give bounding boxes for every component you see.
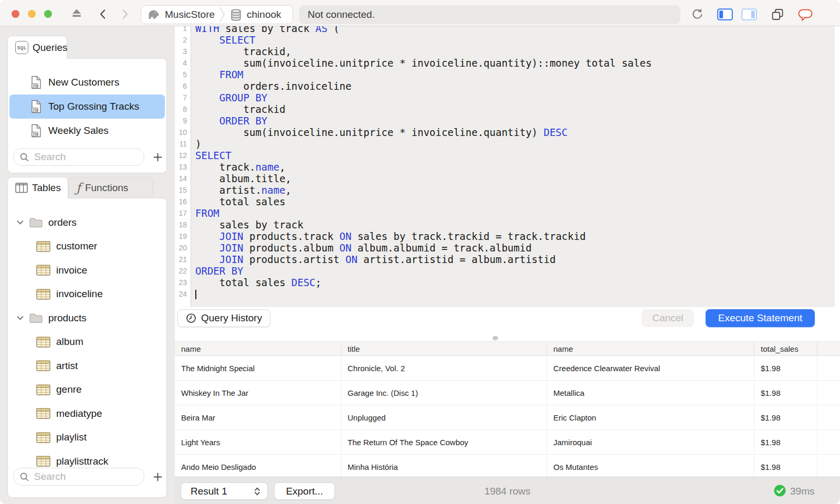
column-header[interactable]: title <box>341 342 547 355</box>
cell[interactable]: Eric Clapton <box>547 405 754 429</box>
tree-table-row[interactable]: album <box>8 330 166 354</box>
tree-schema-row[interactable]: orders <box>8 211 166 235</box>
code-line[interactable]: 16 total_sales <box>175 196 840 207</box>
code-line[interactable]: 13 track.name, <box>175 161 840 173</box>
forward-button[interactable] <box>119 8 130 20</box>
code-line[interactable]: 3 trackid, <box>175 46 840 57</box>
code-line[interactable]: 19 JOIN products.track ON sales_by_track… <box>175 230 840 242</box>
results-body: The Midnight SpecialChronicle, Vol. 2Cre… <box>175 356 840 477</box>
code-line[interactable]: 5 FROM <box>175 69 840 80</box>
cell[interactable]: Metallica <box>547 381 754 405</box>
code-line[interactable]: 7 GROUP BY <box>175 92 840 103</box>
table-row[interactable]: Ando Meio DesligadoMinha HistóriaOs Muta… <box>175 455 840 477</box>
code-line[interactable]: 15 artist.name, <box>175 184 840 196</box>
add-query-button[interactable] <box>151 150 164 164</box>
code-line[interactable]: 24 <box>175 288 840 300</box>
cell[interactable]: Os Mutantes <box>547 455 754 477</box>
code-line[interactable]: 14 album.title, <box>175 173 840 184</box>
column-header[interactable]: name <box>175 342 341 355</box>
query-search-input[interactable] <box>33 151 138 163</box>
connection-status[interactable]: Not connected. <box>299 5 680 24</box>
tree-table-row[interactable]: playlist <box>8 426 166 450</box>
cell[interactable]: Garage Inc. (Disc 1) <box>341 381 547 405</box>
cell[interactable]: Whiskey In The Jar <box>175 381 341 405</box>
tree-table-row[interactable]: mediatype <box>8 402 166 426</box>
toggle-right-sidebar-icon[interactable] <box>741 8 757 20</box>
code-line[interactable]: 12SELECT <box>175 150 840 161</box>
cell[interactable]: $1.98 <box>754 455 817 477</box>
tree-schema-row[interactable]: products <box>8 306 166 330</box>
column-header[interactable]: name <box>547 342 754 355</box>
cancel-button[interactable]: Cancel <box>642 309 694 327</box>
cell[interactable]: Beira Mar <box>175 405 341 429</box>
code-line[interactable]: 23 total_sales DESC; <box>175 277 840 288</box>
chat-bubble-icon[interactable] <box>798 9 813 21</box>
cell[interactable]: $1.98 <box>754 405 817 429</box>
add-table-button[interactable] <box>151 470 164 484</box>
cell[interactable]: The Midnight Special <box>175 356 341 380</box>
query-history-button[interactable]: Query History <box>177 309 270 327</box>
table-row[interactable]: Light YearsThe Return Of The Space Cowbo… <box>175 430 840 455</box>
pane-splitter[interactable] <box>175 334 840 341</box>
cell[interactable]: Chronicle, Vol. 2 <box>341 356 547 380</box>
refresh-icon[interactable] <box>691 8 704 20</box>
cell[interactable]: $1.98 <box>754 430 817 454</box>
cell[interactable]: Light Years <box>175 430 341 454</box>
close-window-button[interactable] <box>12 10 19 18</box>
cell[interactable]: Ando Meio Desligado <box>175 455 341 477</box>
toggle-left-sidebar-icon[interactable] <box>717 8 733 20</box>
eject-icon[interactable] <box>71 8 82 18</box>
back-button[interactable] <box>98 8 109 20</box>
splitter-handle-icon[interactable] <box>492 336 498 340</box>
column-header[interactable]: total_sales <box>754 342 817 355</box>
cell[interactable]: $1.98 <box>754 356 817 380</box>
execute-statement-button[interactable]: Execute Statement <box>706 309 815 327</box>
tab-functions[interactable]: ƒ Functions <box>68 177 153 198</box>
code-line[interactable]: 4 sum(invoiceline.unitprice * invoicelin… <box>175 57 840 69</box>
breadcrumb-server[interactable]: MusicStore <box>165 9 215 20</box>
cell[interactable]: Creedence Clearwater Revival <box>547 356 754 380</box>
code-line[interactable]: 2 SELECT <box>175 34 840 46</box>
table-search[interactable] <box>13 468 144 486</box>
tree-table-row[interactable]: artist <box>8 354 166 378</box>
cell[interactable]: Jamiroquai <box>547 430 754 454</box>
query-item[interactable]: SQLNew Customers <box>9 70 165 94</box>
cell[interactable]: Unplugged <box>341 405 547 429</box>
code-line[interactable]: 1WITH sales_by_track AS ( <box>175 26 840 34</box>
windows-icon[interactable] <box>771 8 784 21</box>
minimize-window-button[interactable] <box>28 10 36 18</box>
tree-table-row[interactable]: genre <box>8 378 166 402</box>
code-line[interactable]: 8 trackid <box>175 103 840 115</box>
breadcrumb-database[interactable]: chinook <box>247 9 281 20</box>
query-search[interactable] <box>13 148 144 166</box>
code-line[interactable]: 21 JOIN products.artist ON artist.artist… <box>175 254 840 265</box>
tree-table-row[interactable]: invoiceline <box>8 282 166 307</box>
editor-scrollbar-track[interactable] <box>835 26 840 307</box>
cell[interactable]: Minha História <box>341 455 547 477</box>
cell[interactable]: $1.98 <box>754 381 817 405</box>
query-item[interactable]: SQLTop Grossing Tracks <box>9 94 165 119</box>
code-line-filler[interactable] <box>175 300 840 307</box>
cell[interactable]: The Return Of The Space Cowboy <box>341 430 547 454</box>
chevron-down-icon[interactable] <box>16 316 24 320</box>
query-item[interactable]: SQLWeekly Sales <box>9 119 165 143</box>
table-row[interactable]: Whiskey In The JarGarage Inc. (Disc 1)Me… <box>175 381 840 405</box>
tree-table-row[interactable]: customer <box>8 235 166 259</box>
sql-editor[interactable]: 1WITH sales_by_track AS (2 SELECT3 track… <box>175 26 840 307</box>
code-line[interactable]: 18 sales_by_track <box>175 219 840 230</box>
table-row[interactable]: The Midnight SpecialChronicle, Vol. 2Cre… <box>175 356 840 381</box>
chevron-down-icon[interactable] <box>16 220 24 225</box>
tab-queries[interactable]: SQL Queries <box>7 36 67 59</box>
code-line[interactable]: 20 JOIN products.album ON album.albumid … <box>175 242 840 254</box>
tree-table-row[interactable]: invoice <box>8 258 166 282</box>
zoom-window-button[interactable] <box>44 10 52 18</box>
code-line[interactable]: 6 orders.invoiceline <box>175 80 840 92</box>
code-line[interactable]: 9 ORDER BY <box>175 115 840 127</box>
table-row[interactable]: Beira MarUnpluggedEric Clapton$1.98 <box>175 405 840 430</box>
code-line[interactable]: 22ORDER BY <box>175 265 840 277</box>
code-line[interactable]: 11) <box>175 138 840 150</box>
code-line[interactable]: 10 sum(invoiceline.unitprice * invoiceli… <box>175 127 840 138</box>
tab-tables[interactable]: Tables <box>7 177 68 198</box>
code-line[interactable]: 17FROM <box>175 207 840 219</box>
table-search-input[interactable] <box>33 470 138 483</box>
